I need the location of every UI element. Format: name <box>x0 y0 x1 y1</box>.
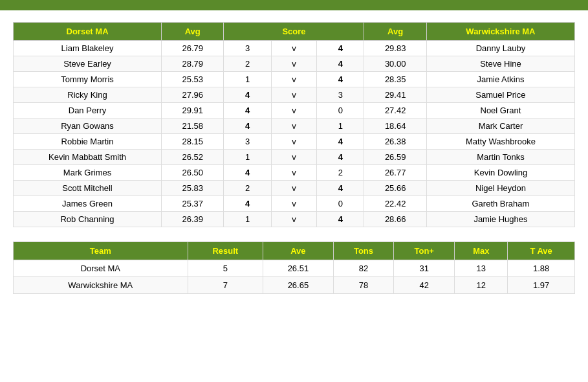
col-header-left-team: Dorset MA <box>14 23 162 41</box>
table-cell: 42 <box>394 277 455 294</box>
table-row: Ricky King27.964v329.41Samuel Price <box>14 87 575 103</box>
summary-table-header-row: TeamResultAveTonsTon+MaxT Ave <box>14 242 575 260</box>
table-cell: 4 <box>317 212 364 227</box>
table-cell: 4 <box>224 87 271 103</box>
table-cell: v <box>271 72 317 87</box>
table-cell: Gareth Braham <box>426 196 574 212</box>
table-cell: 4 <box>224 118 271 134</box>
table-cell: Martin Tonks <box>426 150 574 165</box>
table-cell: 29.83 <box>364 41 426 56</box>
col-header-left-avg: Avg <box>162 23 224 41</box>
table-cell: Rob Channing <box>14 212 162 227</box>
table-cell: 22.42 <box>364 196 426 212</box>
table-cell: Kevin Mabbatt Smith <box>14 150 162 165</box>
table-cell: 26.52 <box>162 150 224 165</box>
table-row: James Green25.374v022.42Gareth Braham <box>14 196 575 212</box>
table-row: Ryan Gowans21.584v118.64Mark Carter <box>14 118 575 134</box>
table-row: Rob Channing26.391v428.66Jamie Hughes <box>14 212 575 227</box>
summary-col-header-1: Result <box>188 242 263 260</box>
table-cell: 4 <box>224 196 271 212</box>
table-cell: 26.65 <box>263 277 334 294</box>
table-cell: 1 <box>224 212 271 227</box>
table-cell: v <box>271 181 317 196</box>
draw-results-container: Dorset MAAvgScoreAvgWarwickshire MA Liam… <box>13 22 575 227</box>
table-cell: Steve Hine <box>426 56 574 72</box>
summary-col-header-5: Max <box>455 242 508 260</box>
table-row: Mark Grimes26.504v226.77Kevin Dowling <box>14 165 575 181</box>
table-cell: Dorset MA <box>14 260 188 277</box>
table-cell: 18.64 <box>364 118 426 134</box>
draw-results-table: Dorset MAAvgScoreAvgWarwickshire MA Liam… <box>13 22 575 227</box>
table-cell: Noel Grant <box>426 103 574 118</box>
table-cell: 3 <box>317 87 364 103</box>
table-cell: 25.66 <box>364 181 426 196</box>
table-cell: 26.77 <box>364 165 426 181</box>
table-cell: Warwickshire MA <box>14 277 188 294</box>
table-row: Scott Mitchell25.832v425.66Nigel Heydon <box>14 181 575 196</box>
table-cell: Ryan Gowans <box>14 118 162 134</box>
table-cell: v <box>271 165 317 181</box>
page-header <box>0 0 588 10</box>
table-cell: v <box>271 56 317 72</box>
table-cell: 2 <box>224 56 271 72</box>
table-cell: Steve Earley <box>14 56 162 72</box>
table-cell: 28.35 <box>364 72 426 87</box>
col-header-right-team: Warwickshire MA <box>426 23 574 41</box>
table-cell: 7 <box>188 277 263 294</box>
table-cell: 1 <box>224 72 271 87</box>
table-cell: Liam Blakeley <box>14 41 162 56</box>
table-cell: 1.97 <box>508 277 575 294</box>
table-cell: 21.58 <box>162 118 224 134</box>
table-row: Dorset MA526.518231131.88 <box>14 260 575 277</box>
table-cell: 27.42 <box>364 103 426 118</box>
table-cell: 5 <box>188 260 263 277</box>
summary-col-header-4: Ton+ <box>394 242 455 260</box>
table-cell: 4 <box>317 181 364 196</box>
table-row: Liam Blakeley26.793v429.83Danny Lauby <box>14 41 575 56</box>
table-cell: Mark Carter <box>426 118 574 134</box>
table-cell: 2 <box>224 181 271 196</box>
draw-table-header-row: Dorset MAAvgScoreAvgWarwickshire MA <box>14 23 575 41</box>
summary-col-header-6: T Ave <box>508 242 575 260</box>
table-cell: 25.83 <box>162 181 224 196</box>
summary-container: TeamResultAveTonsTon+MaxT Ave Dorset MA5… <box>13 242 575 294</box>
table-cell: 26.59 <box>364 150 426 165</box>
table-cell: 4 <box>317 56 364 72</box>
table-cell: v <box>271 118 317 134</box>
table-cell: 1.88 <box>508 260 575 277</box>
table-row: Warwickshire MA726.657842121.97 <box>14 277 575 294</box>
table-cell: 3 <box>224 134 271 150</box>
table-cell: 28.79 <box>162 56 224 72</box>
table-cell: Samuel Price <box>426 87 574 103</box>
table-cell: 4 <box>317 72 364 87</box>
table-cell: Scott Mitchell <box>14 181 162 196</box>
table-cell: 12 <box>455 277 508 294</box>
table-cell: 0 <box>317 103 364 118</box>
table-cell: 4 <box>317 150 364 165</box>
table-cell: Mark Grimes <box>14 165 162 181</box>
table-cell: v <box>271 150 317 165</box>
table-cell: Tommy Morris <box>14 72 162 87</box>
table-cell: 30.00 <box>364 56 426 72</box>
table-cell: 4 <box>317 41 364 56</box>
table-cell: 31 <box>394 260 455 277</box>
table-cell: 4 <box>224 103 271 118</box>
table-row: Robbie Martin28.153v426.38Matty Washbroo… <box>14 134 575 150</box>
table-cell: Jamie Atkins <box>426 72 574 87</box>
table-cell: 78 <box>333 277 393 294</box>
table-cell: 82 <box>333 260 393 277</box>
table-cell: Ricky King <box>14 87 162 103</box>
table-cell: 26.39 <box>162 212 224 227</box>
table-cell: 28.66 <box>364 212 426 227</box>
table-cell: 4 <box>224 165 271 181</box>
table-cell: 25.53 <box>162 72 224 87</box>
table-cell: 26.79 <box>162 41 224 56</box>
summary-col-header-2: Ave <box>263 242 334 260</box>
table-cell: 25.37 <box>162 196 224 212</box>
table-cell: 3 <box>224 41 271 56</box>
table-cell: 0 <box>317 196 364 212</box>
table-cell: 4 <box>317 134 364 150</box>
table-cell: 13 <box>455 260 508 277</box>
table-cell: v <box>271 103 317 118</box>
summary-col-header-0: Team <box>14 242 188 260</box>
